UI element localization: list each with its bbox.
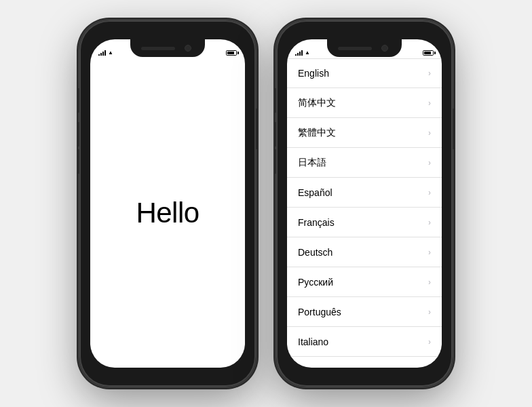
language-item-traditional-chinese[interactable]: 繁體中文 › [287,118,442,148]
hello-content: Hello [90,58,245,368]
chevron-icon-simplified-chinese: › [428,98,431,108]
signal-bar-3 [299,52,301,56]
notch-2 [327,39,402,57]
chevron-icon-french: › [428,218,431,227]
language-item-spanish[interactable]: Español › [287,178,442,208]
signal-bars-2 [295,50,303,56]
language-name-spanish: Español [298,187,332,198]
chevron-icon-english: › [428,69,431,78]
wifi-icon-2: ▲ [305,50,310,56]
language-name-russian: Русский [298,277,333,288]
chevron-icon-traditional-chinese: › [428,128,431,138]
chevron-icon-japanese: › [428,158,431,168]
language-name-traditional-chinese: 繁體中文 [298,127,336,139]
language-item-italian[interactable]: Italiano › [287,327,442,357]
signal-bar-4 [104,50,106,56]
language-item-japanese[interactable]: 日本語 › [287,148,442,178]
battery-area [226,50,237,56]
hello-greeting: Hello [136,197,199,229]
signal-bar-1 [98,54,100,56]
wifi-icon: ▲ [108,50,113,56]
signal-bar-3 [102,52,104,56]
phone-language: ▲ English › 简体中文 › 繁體中文 › [276,20,453,387]
signal-bar-2 [297,53,299,56]
language-item-german[interactable]: Deutsch › [287,237,442,267]
language-phone-screen: ▲ English › 简体中文 › 繁體中文 › [287,39,442,368]
language-name-italian: Italiano [298,336,328,347]
language-name-french: Français [298,217,335,228]
battery-area-2 [423,50,434,56]
language-item-russian[interactable]: Русский › [287,267,442,297]
language-content: English › 简体中文 › 繁體中文 › 日本語 › Español [287,58,442,368]
language-item-simplified-chinese[interactable]: 简体中文 › [287,88,442,118]
battery-fill-2 [424,52,431,54]
signal-area: ▲ [98,50,113,56]
signal-bar-1 [295,54,297,56]
chevron-icon-german: › [428,248,431,257]
speaker [141,47,175,50]
language-item-english[interactable]: English › [287,58,442,88]
language-name-german: Deutsch [298,247,332,258]
language-name-portuguese: Português [298,307,341,317]
camera [185,45,191,52]
language-item-portuguese[interactable]: Português › [287,297,442,327]
battery-icon-2 [423,50,434,56]
chevron-icon-portuguese: › [428,307,431,317]
signal-bars [98,50,106,56]
speaker-2 [338,47,372,50]
battery-icon [226,50,237,56]
notch [130,39,205,57]
chevron-icon-italian: › [428,337,431,347]
language-name-simplified-chinese: 简体中文 [298,97,336,109]
signal-area-2: ▲ [295,50,310,56]
battery-fill [227,52,234,54]
signal-bar-2 [100,53,102,56]
camera-2 [381,45,388,52]
phone-hello: ▲ Hello [79,20,256,387]
language-item-french[interactable]: Français › [287,208,442,237]
language-name-japanese: 日本語 [298,157,326,169]
signal-bar-4 [301,50,303,56]
chevron-icon-spanish: › [428,188,431,197]
language-list: English › 简体中文 › 繁體中文 › 日本語 › Español [287,58,442,357]
language-name-english: English [298,68,329,79]
hello-phone-screen: ▲ Hello [90,39,245,368]
chevron-icon-russian: › [428,277,431,287]
